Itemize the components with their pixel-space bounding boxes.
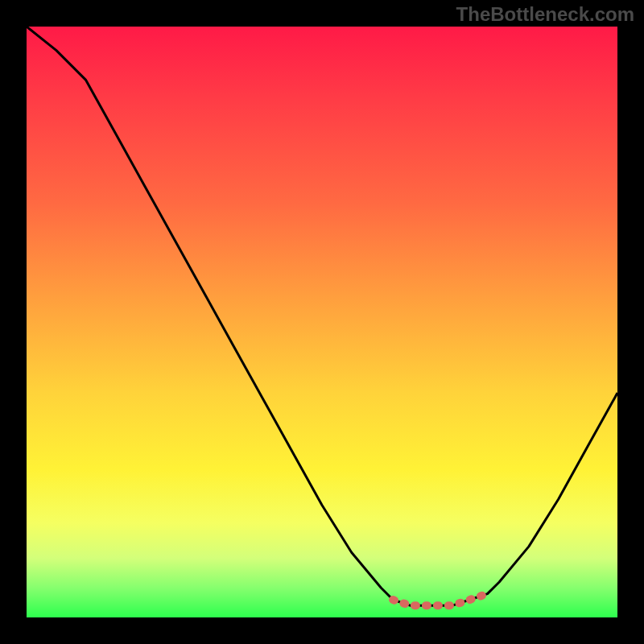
chart-frame: TheBottleneck.com [0,0,644,644]
watermark-text: TheBottleneck.com [456,3,634,26]
plot-area [27,27,617,617]
optimal-range-path [393,594,487,606]
marker-layer [393,594,487,606]
curve-layer [27,27,617,605]
bottleneck-curve-path [27,27,617,605]
bottleneck-curve-svg [27,27,617,617]
